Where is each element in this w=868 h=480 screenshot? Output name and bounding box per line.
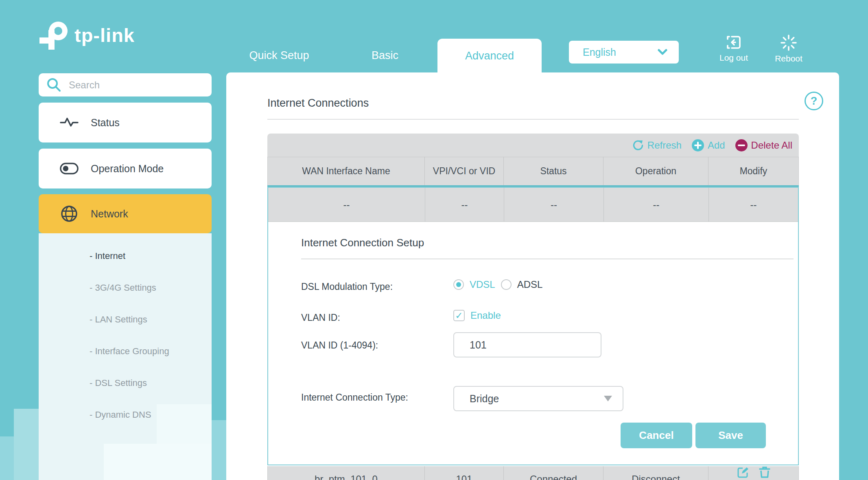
sidebar-item-label: Status <box>91 117 120 129</box>
selected-connection-block: -- -- -- -- -- Internet Connection Setup… <box>267 187 799 465</box>
table-toolbar: Refresh Add Delete All <box>267 134 799 157</box>
title-divider <box>267 119 799 120</box>
page-title: Internet Connections <box>267 97 369 110</box>
submenu-item-dsl-settings[interactable]: - DSL Settings <box>90 378 147 388</box>
reboot-label: Reboot <box>766 54 811 64</box>
cell-wan-interface-name: br_ptm_101_0 <box>268 466 424 480</box>
cell-vpi-vci: 101 <box>424 466 503 480</box>
decor-patch <box>104 444 212 480</box>
tp-link-logo-icon <box>39 20 69 50</box>
delete-all-button[interactable]: Delete All <box>735 139 792 152</box>
language-select[interactable]: English <box>569 41 679 64</box>
cell-vpi-vci: -- <box>425 188 504 221</box>
column-header: Operation <box>603 157 708 185</box>
connection-type-value: Bridge <box>470 393 499 405</box>
sidebar-search <box>39 73 212 96</box>
table-header-row: WAN Interface Name VPI/VCI or VID Status… <box>267 157 799 185</box>
add-icon <box>691 139 704 152</box>
dsl-modulation-label: DSL Modulation Type: <box>301 281 393 292</box>
table-row[interactable]: -- -- -- -- -- <box>268 188 798 222</box>
refresh-label: Refresh <box>647 140 682 151</box>
radio-vdsl[interactable] <box>453 279 464 290</box>
search-icon <box>46 77 62 93</box>
decor-square <box>212 420 226 480</box>
radio-vdsl-label[interactable]: VDSL <box>470 279 495 290</box>
add-button[interactable]: Add <box>691 139 725 152</box>
brand-name: tp-link <box>74 24 135 46</box>
internet-connection-setup-form: Internet Connection Setup DSL Modulation… <box>268 222 798 465</box>
reboot-button[interactable]: Reboot <box>766 34 811 64</box>
delete-all-label: Delete All <box>751 140 792 151</box>
decor-patch <box>157 404 212 445</box>
vlan-enable-checkbox[interactable]: ✓ <box>453 310 465 321</box>
trash-icon[interactable] <box>759 466 770 478</box>
sidebar-item-status[interactable]: Status <box>39 103 212 142</box>
logout-button[interactable]: Log out <box>711 34 756 63</box>
column-header: WAN Interface Name <box>268 157 424 185</box>
radio-selected-dot <box>456 282 461 287</box>
submenu-item-3g4g-settings[interactable]: - 3G/4G Settings <box>90 283 156 293</box>
form-title: Internet Connection Setup <box>301 237 424 249</box>
cell-operation: Disconnect <box>603 466 708 480</box>
column-header: Status <box>503 157 603 185</box>
edit-icon[interactable] <box>737 466 749 478</box>
connection-type-select[interactable]: Bridge <box>453 386 623 411</box>
main-content-panel: Internet Connections ? Refresh Add Delet… <box>226 72 839 480</box>
add-label: Add <box>708 140 725 151</box>
decor-square <box>0 436 14 480</box>
chevron-down-icon <box>658 49 667 55</box>
radio-adsl[interactable] <box>501 279 512 290</box>
reboot-icon <box>780 34 797 51</box>
refresh-button[interactable]: Refresh <box>632 139 682 151</box>
language-value: English <box>583 46 616 58</box>
cell-modify: -- <box>708 188 798 221</box>
form-divider <box>301 259 794 259</box>
tab-basic[interactable]: Basic <box>367 49 402 62</box>
cell-status: -- <box>504 188 603 221</box>
toggle-icon <box>60 162 79 175</box>
sidebar-item-label: Operation Mode <box>91 163 164 175</box>
decor-square <box>14 409 39 480</box>
cell-status: Connected <box>503 466 603 480</box>
logout-icon <box>726 34 742 50</box>
network-submenu: - Internet - 3G/4G Settings - LAN Settin… <box>39 233 212 480</box>
tab-advanced-label: Advanced <box>465 50 514 62</box>
search-input[interactable] <box>68 79 212 91</box>
tab-quick-setup[interactable]: Quick Setup <box>243 49 316 62</box>
cell-wan-interface-name: -- <box>268 188 425 221</box>
radio-adsl-label[interactable]: ADSL <box>517 279 543 290</box>
vlan-id-range-label: VLAN ID (1-4094): <box>301 340 378 351</box>
column-header: Modify <box>708 157 798 185</box>
tab-advanced[interactable]: Advanced <box>437 39 542 73</box>
connection-type-label: Internet Connection Type: <box>301 392 408 403</box>
save-button[interactable]: Save <box>695 423 766 448</box>
dsl-modulation-options: VDSL ADSL <box>453 279 551 290</box>
cell-modify <box>708 466 798 480</box>
vlan-id-input[interactable] <box>453 332 601 357</box>
pulse-icon <box>60 116 79 129</box>
cell-operation: -- <box>603 188 708 221</box>
refresh-icon <box>632 139 644 151</box>
vlan-id-label: VLAN ID: <box>301 312 340 323</box>
sidebar-item-operation-mode[interactable]: Operation Mode <box>39 149 212 188</box>
column-header: VPI/VCI or VID <box>424 157 503 185</box>
select-arrow-icon <box>604 396 612 401</box>
submenu-item-interface-grouping[interactable]: - Interface Grouping <box>90 346 169 357</box>
vlan-enable-row: ✓ Enable <box>453 310 501 321</box>
logout-label: Log out <box>711 53 756 63</box>
globe-icon <box>60 205 79 222</box>
sidebar-item-network[interactable]: Network <box>39 194 212 233</box>
table-row[interactable]: br_ptm_101_0 101 Connected Disconnect <box>267 466 799 480</box>
delete-icon <box>735 139 748 152</box>
submenu-item-lan-settings[interactable]: - LAN Settings <box>90 314 147 325</box>
tp-link-logo: tp-link <box>39 20 135 50</box>
cancel-button[interactable]: Cancel <box>621 423 692 448</box>
sidebar-item-label: Network <box>91 208 128 220</box>
vlan-enable-label[interactable]: Enable <box>470 310 501 321</box>
submenu-item-dynamic-dns[interactable]: - Dynamic DNS <box>90 410 151 420</box>
help-icon[interactable]: ? <box>805 92 823 110</box>
submenu-item-internet[interactable]: - Internet <box>90 251 125 261</box>
